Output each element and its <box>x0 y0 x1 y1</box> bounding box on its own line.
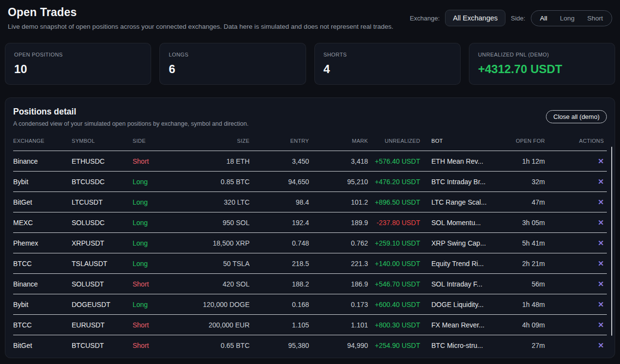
position-exchange: BTCC <box>13 260 72 268</box>
position-mark: 221.3 <box>309 260 368 268</box>
position-open-for: 5h 41m <box>508 239 545 247</box>
position-side: Long <box>133 198 181 206</box>
position-open-for: 27m <box>508 342 545 349</box>
position-size: 200,000 EUR <box>181 321 250 329</box>
position-actions-cell: ✕ <box>545 219 607 227</box>
position-exchange: BitGet <box>13 342 72 349</box>
position-size: 18,500 XRP <box>181 239 250 247</box>
column-header-mark: MARK <box>309 138 368 144</box>
close-position-icon[interactable]: ✕ <box>598 239 604 247</box>
close-position-icon[interactable]: ✕ <box>598 342 604 349</box>
position-unrealized: +896.50 USDT <box>368 198 420 206</box>
position-bot: BTC Micro-stru... <box>420 342 508 349</box>
position-exchange: Binance <box>13 157 72 165</box>
close-position-icon[interactable]: ✕ <box>598 157 604 165</box>
position-side: Long <box>133 178 181 186</box>
stat-value-pnl: +4312.70 USDT <box>478 62 606 76</box>
table-row: Bybit DOGEUSDT Long 120,000 DOGE 0.168 0… <box>13 294 607 314</box>
position-open-for: 1h 12m <box>508 157 545 165</box>
position-mark: 189.9 <box>309 219 368 227</box>
position-unrealized: +254.90 USDT <box>368 342 420 349</box>
position-unrealized: +600.40 USDT <box>368 301 420 308</box>
stats-row: OPEN POSITIONS 10 LONGS 6 SHORTS 4 UNREA… <box>5 43 615 85</box>
column-header-side: SIDE <box>133 138 181 144</box>
position-side: Short <box>133 280 181 288</box>
position-entry: 0.168 <box>250 301 309 308</box>
position-actions-cell: ✕ <box>545 301 607 308</box>
position-mark: 186.9 <box>309 280 368 288</box>
stat-label: LONGS <box>169 52 296 57</box>
position-mark: 95,210 <box>309 178 368 186</box>
position-symbol: DOGEUSDT <box>72 301 133 308</box>
close-position-icon[interactable]: ✕ <box>598 280 604 287</box>
top-bar: Open Trades Live demo snapshot of open p… <box>5 0 615 43</box>
close-position-icon[interactable]: ✕ <box>598 219 604 226</box>
position-actions-cell: ✕ <box>545 280 607 288</box>
positions-table-body: Binance ETHUSDC Short 18 ETH 3,450 3,418… <box>13 151 607 355</box>
position-mark: 94,990 <box>309 342 368 349</box>
table-row: MEXC SOLUSDC Long 950 SOL 192.4 189.9 -2… <box>13 212 607 232</box>
position-bot: SOL Intraday F... <box>420 280 508 288</box>
position-entry: 94,650 <box>250 178 309 186</box>
position-size: 18 ETH <box>181 157 250 165</box>
position-bot: ETH Mean Rev... <box>420 157 508 165</box>
filters: Exchange: All Exchanges Side: All Long S… <box>410 10 612 26</box>
position-unrealized: +800.30 USDT <box>368 321 420 329</box>
position-size: 50 TSLA <box>181 260 250 268</box>
position-actions-cell: ✕ <box>545 321 607 329</box>
position-bot: SOL Momentu... <box>420 219 508 227</box>
position-symbol: SOLUSDT <box>72 280 133 288</box>
column-header-unrealized: UNREALIZED <box>368 138 420 144</box>
side-filter-group: All Long Short <box>531 10 612 26</box>
position-side: Short <box>133 321 181 329</box>
positions-heading: Positions detail A condensed view of you… <box>13 106 249 127</box>
position-exchange: Bybit <box>13 301 72 308</box>
stat-card-shorts: SHORTS 4 <box>314 43 461 85</box>
page-title: Open Trades <box>8 6 393 19</box>
position-exchange: BTCC <box>13 321 72 329</box>
table-row: BitGet LTCUSDT Long 320 LTC 98.4 101.2 +… <box>13 192 607 212</box>
position-exchange: Phemex <box>13 239 72 247</box>
table-scrollbar[interactable] <box>611 147 612 336</box>
page-heading: Open Trades Live demo snapshot of open p… <box>8 6 393 30</box>
position-actions-cell: ✕ <box>545 342 607 349</box>
position-exchange: MEXC <box>13 219 72 227</box>
position-entry: 0.748 <box>250 239 309 247</box>
position-entry: 3,450 <box>250 157 309 165</box>
position-mark: 0.762 <box>309 239 368 247</box>
position-symbol: BTCUSDT <box>72 342 133 349</box>
side-option-short[interactable]: Short <box>581 15 609 22</box>
position-entry: 188.2 <box>250 280 309 288</box>
close-all-button[interactable]: Close all (demo) <box>546 110 607 123</box>
table-header-row: EXCHANGE SYMBOL SIDE SIZE ENTRY MARK UNR… <box>13 131 607 151</box>
close-position-icon[interactable]: ✕ <box>598 178 604 185</box>
close-position-icon[interactable]: ✕ <box>598 260 604 267</box>
page-subtitle: Live demo snapshot of open positions acr… <box>8 23 393 30</box>
position-side: Long <box>133 301 181 308</box>
position-unrealized: +576.40 USDT <box>368 157 420 165</box>
position-side: Long <box>133 260 181 268</box>
table-row: Binance ETHUSDC Short 18 ETH 3,450 3,418… <box>13 151 607 171</box>
exchange-filter-button[interactable]: All Exchanges <box>445 10 505 26</box>
column-header-open-for: OPEN FOR <box>508 138 545 144</box>
stat-label: UNREALIZED PNL (DEMO) <box>478 52 606 57</box>
stat-card-longs: LONGS 6 <box>159 43 306 85</box>
stat-value: 6 <box>169 62 296 76</box>
position-size: 320 LTC <box>181 198 250 206</box>
side-option-long[interactable]: Long <box>554 15 581 22</box>
close-position-icon[interactable]: ✕ <box>598 198 604 206</box>
position-symbol: SOLUSDC <box>72 219 133 227</box>
close-position-icon[interactable]: ✕ <box>598 301 604 308</box>
position-symbol: EURUSDT <box>72 321 133 329</box>
position-open-for: 4h 09m <box>508 321 545 329</box>
side-option-all[interactable]: All <box>534 15 554 22</box>
close-position-icon[interactable]: ✕ <box>598 321 604 328</box>
column-header-symbol: SYMBOL <box>72 138 133 144</box>
position-unrealized: +546.70 USDT <box>368 280 420 288</box>
column-header-bot: BOT <box>420 138 508 144</box>
position-side: Long <box>133 219 181 227</box>
exchange-filter-label: Exchange: <box>410 15 440 22</box>
table-row: Bybit BTCUSDC Long 0.85 BTC 94,650 95,21… <box>13 171 607 192</box>
position-actions-cell: ✕ <box>545 157 607 165</box>
position-open-for: 47m <box>508 198 545 206</box>
